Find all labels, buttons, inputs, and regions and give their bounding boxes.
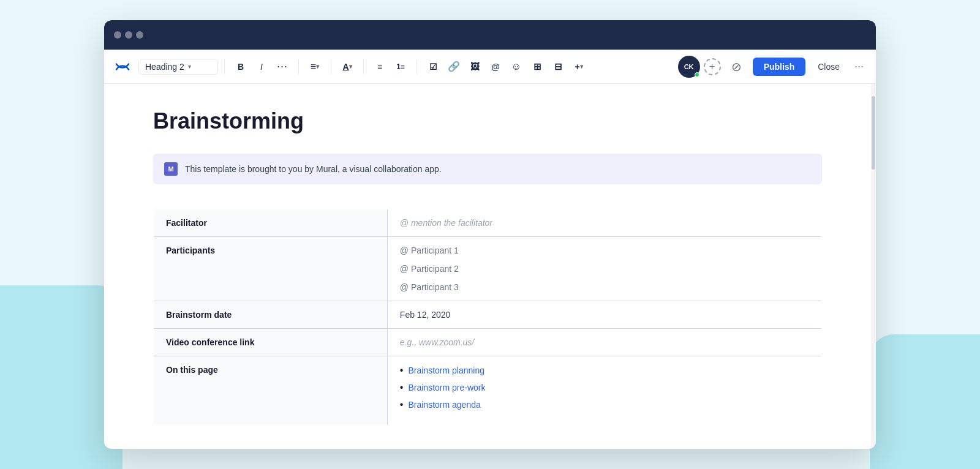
- document-title: Brainstorming: [153, 108, 822, 134]
- add-collaborator-button[interactable]: +: [704, 58, 721, 75]
- italic-button[interactable]: I: [252, 57, 271, 77]
- bold-button[interactable]: B: [231, 57, 251, 77]
- scrollbar-thumb[interactable]: [872, 96, 875, 170]
- plus-icon: +: [575, 62, 579, 72]
- collaborators: CK +: [678, 56, 721, 78]
- divider-1: [224, 59, 225, 74]
- insert-more-button[interactable]: + ▾: [569, 57, 589, 77]
- divider-5: [417, 59, 417, 74]
- dot-3: [136, 31, 143, 39]
- text-format-group: B I ···: [231, 57, 292, 77]
- table-icon: ⊞: [533, 61, 541, 72]
- participants-list: @ Participant 1 @ Participant 2 @ Partic…: [400, 246, 809, 292]
- content-area: Brainstorming M This template is brought…: [104, 84, 876, 449]
- unordered-list-icon: ≡: [377, 62, 382, 72]
- image-icon: 🖼: [470, 61, 480, 72]
- facilitator-label: Facilitator: [154, 209, 388, 237]
- image-button[interactable]: 🖼: [465, 57, 484, 77]
- brainstorm-date-label: Brainstorm date: [154, 301, 388, 329]
- table-row: Brainstorm date Feb 12, 2020: [154, 301, 822, 329]
- info-table: Facilitator @ mention the facilitator Pa…: [153, 209, 822, 426]
- list-item: Brainstorm planning: [400, 365, 809, 376]
- heading-selector-label: Heading 2: [145, 62, 184, 72]
- titlebar: [104, 20, 876, 50]
- task-list-icon: ☑: [429, 62, 437, 72]
- more-format-button[interactable]: ···: [273, 57, 292, 77]
- video-conference-value: e.g., www.zoom.us/: [387, 329, 821, 356]
- participants-label: Participants: [154, 237, 388, 301]
- insert-group: ☑ 🔗 🖼 @ ☺ ⊞ ⊟ + ▾: [423, 57, 589, 77]
- insert-chevron-icon: ▾: [580, 63, 583, 70]
- mention-icon: @: [491, 62, 500, 72]
- brainstorm-prework-link[interactable]: Brainstorm pre-work: [408, 383, 485, 392]
- color-chevron-icon: ▾: [349, 63, 352, 70]
- version-icon: ⊘: [731, 59, 742, 74]
- list-item: Brainstorm pre-work: [400, 382, 809, 393]
- facilitator-value: @ mention the facilitator: [387, 209, 821, 237]
- editor[interactable]: Brainstorming M This template is brought…: [104, 84, 871, 449]
- divider-4: [363, 59, 364, 74]
- divider-3: [331, 59, 331, 74]
- link-button[interactable]: 🔗: [444, 57, 464, 77]
- app-window: Heading 2 ▾ B I ··· ≡ ▾ A ▾ ≡ 1≡: [104, 20, 876, 449]
- text-color-icon: A: [342, 62, 349, 72]
- avatar: CK: [678, 56, 700, 78]
- brainstorm-planning-link[interactable]: Brainstorm planning: [408, 366, 484, 375]
- confluence-logo[interactable]: [114, 58, 131, 75]
- version-history-button[interactable]: ⊘: [727, 57, 747, 77]
- divider-2: [298, 59, 299, 74]
- more-options-icon: ···: [854, 60, 864, 72]
- participants-value: @ Participant 1 @ Participant 2 @ Partic…: [387, 237, 821, 301]
- list-group: ≡ 1≡: [370, 57, 410, 77]
- align-button[interactable]: ≡ ▾: [305, 57, 325, 77]
- columns-icon: ⊟: [554, 61, 562, 72]
- window-controls: [114, 31, 143, 39]
- scrollbar[interactable]: [871, 84, 876, 449]
- toolbar-right: CK + ⊘ Publish Close ···: [678, 56, 866, 78]
- mural-icon: M: [164, 162, 178, 176]
- publish-button[interactable]: Publish: [753, 58, 806, 76]
- participant-2: @ Participant 2: [400, 264, 809, 274]
- ordered-list-icon: 1≡: [396, 62, 405, 71]
- task-list-button[interactable]: ☑: [423, 57, 443, 77]
- video-conference-label: Video conference link: [154, 329, 388, 356]
- info-banner: M This template is brought to you by Mur…: [153, 154, 822, 184]
- dot-2: [125, 31, 132, 39]
- table-row: Participants @ Participant 1 @ Participa…: [154, 237, 822, 301]
- online-indicator: [695, 72, 699, 77]
- table-row: Facilitator @ mention the facilitator: [154, 209, 822, 237]
- more-options-button[interactable]: ···: [852, 58, 866, 75]
- page-links-list: Brainstorm planning Brainstorm pre-work …: [400, 365, 809, 410]
- toolbar: Heading 2 ▾ B I ··· ≡ ▾ A ▾ ≡ 1≡: [104, 50, 876, 84]
- table-row: On this page Brainstorm planning Brainst…: [154, 356, 822, 426]
- mural-icon-label: M: [168, 165, 173, 173]
- dot-1: [114, 31, 121, 39]
- text-color-button[interactable]: A ▾: [337, 57, 357, 77]
- link-icon: 🔗: [448, 61, 460, 72]
- mention-button[interactable]: @: [486, 57, 505, 77]
- on-this-page-value: Brainstorm planning Brainstorm pre-work …: [387, 356, 821, 426]
- align-chevron-icon: ▾: [316, 63, 319, 70]
- columns-button[interactable]: ⊟: [548, 57, 568, 77]
- brainstorm-agenda-link[interactable]: Brainstorm agenda: [408, 400, 480, 410]
- align-icon: ≡: [311, 61, 316, 72]
- bg-decoration-right: [870, 334, 980, 469]
- table-row: Video conference link e.g., www.zoom.us/: [154, 329, 822, 356]
- on-this-page-label: On this page: [154, 356, 388, 426]
- close-button[interactable]: Close: [812, 58, 846, 76]
- list-item: Brainstorm agenda: [400, 399, 809, 410]
- participant-3: @ Participant 3: [400, 282, 809, 292]
- ordered-list-button[interactable]: 1≡: [391, 57, 410, 77]
- emoji-button[interactable]: ☺: [507, 57, 526, 77]
- table-button[interactable]: ⊞: [527, 57, 547, 77]
- plus-icon: +: [709, 61, 715, 72]
- chevron-down-icon: ▾: [188, 63, 191, 70]
- participant-1: @ Participant 1: [400, 246, 809, 255]
- unordered-list-button[interactable]: ≡: [370, 57, 390, 77]
- banner-text: This template is brought to you by Mural…: [185, 164, 442, 174]
- emoji-icon: ☺: [511, 61, 521, 72]
- heading-selector[interactable]: Heading 2 ▾: [138, 59, 218, 75]
- brainstorm-date-value: Feb 12, 2020: [387, 301, 821, 329]
- avatar-initials: CK: [684, 63, 694, 70]
